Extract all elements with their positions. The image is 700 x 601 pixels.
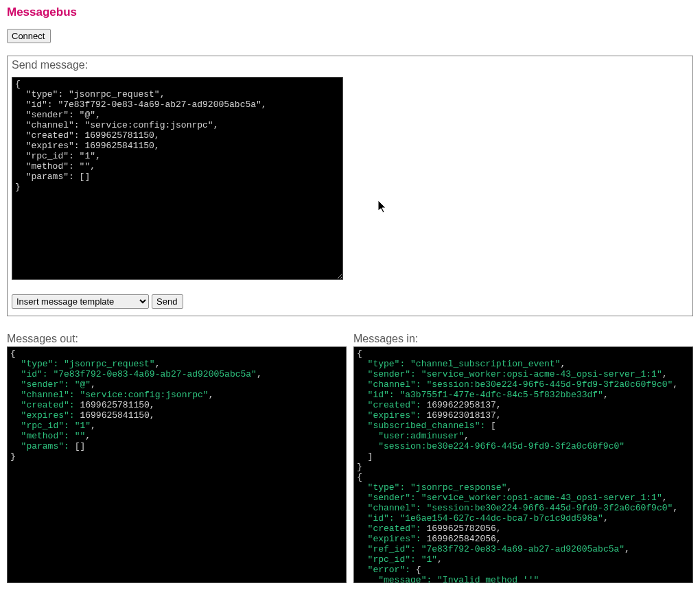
mouse-cursor-icon (378, 200, 388, 214)
messages-in-label: Messages in: (353, 333, 693, 345)
template-select[interactable]: Insert message template (12, 294, 149, 309)
connect-button[interactable]: Connect (7, 29, 51, 43)
page-title: Messagebus (7, 5, 693, 19)
messages-out-display: { "type": "jsonrpc_request", "id": "7e83… (7, 346, 347, 583)
send-message-panel: Send message: Insert message template Se… (7, 56, 693, 316)
send-button[interactable]: Send (152, 294, 183, 309)
messages-in-display: { "type": "channel_subscription_event", … (353, 346, 693, 583)
message-input-textarea[interactable] (12, 77, 343, 280)
send-message-legend: Send message: (12, 59, 688, 75)
messages-out-label: Messages out: (7, 333, 347, 345)
svg-marker-0 (378, 200, 386, 213)
